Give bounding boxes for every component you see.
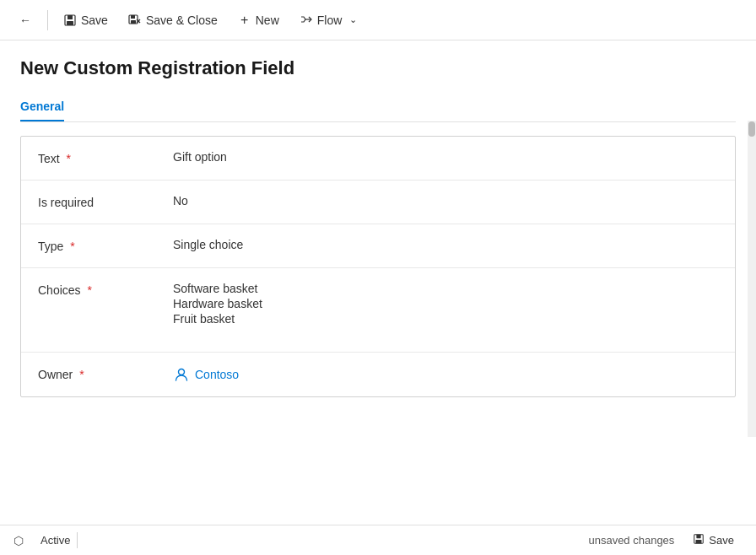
status-right: unsaved changes Save [588,530,742,551]
svg-rect-9 [696,540,702,543]
tabs-container: General [20,93,736,122]
status-save-button[interactable]: Save [684,530,742,551]
required-indicator-owner: * [79,368,84,381]
field-value-type: Single choice [173,238,718,251]
svg-rect-4 [131,15,135,19]
field-label-owner: Owner * [38,366,173,381]
new-icon: + [238,13,251,27]
field-row-is-required: Is required No [21,181,735,224]
field-value-choices: Software basket Hardware basket Fruit ba… [173,282,718,326]
form-container: Text * Gift option Is required No Type *… [20,122,736,525]
flow-label: Flow [317,13,343,27]
choice-item-3: Fruit basket [173,312,718,326]
scrollbar-thumb[interactable] [748,121,755,137]
required-indicator-text: * [67,152,71,165]
field-label-text: Text * [38,150,173,165]
choice-item-1: Software basket [173,282,718,295]
required-indicator-choices: * [87,283,91,297]
svg-rect-5 [131,20,136,24]
required-indicator-type: * [70,240,74,253]
field-value-text: Gift option [173,150,718,164]
form-section-general: Text * Gift option Is required No Type *… [20,136,736,397]
page-title: New Custom Registration Field [20,57,736,79]
field-label-type: Type * [38,238,173,253]
back-icon: ← [19,13,32,27]
field-label-choices: Choices * [38,282,173,297]
flow-chevron-icon: ⌄ [346,13,359,27]
field-row-text: Text * Gift option [21,137,735,181]
expand-icon[interactable]: ⬡ [14,534,24,547]
svg-rect-1 [68,15,73,19]
save-icon [63,13,77,27]
status-active-label: Active [34,532,78,548]
field-row-choices: Choices * Software basket Hardware baske… [21,268,735,353]
svg-point-6 [179,369,185,375]
scrollbar-track[interactable] [748,121,756,437]
owner-icon [173,366,190,383]
new-button[interactable]: + New [230,8,288,32]
choices-list: Software basket Hardware basket Fruit ba… [173,282,718,326]
status-save-label: Save [709,534,734,547]
tab-general[interactable]: General [20,93,64,121]
status-save-icon [693,533,705,547]
field-row-owner: Owner * Contoso [21,353,735,396]
toolbar: ← Save Save & Close + New [0,0,756,40]
save-close-button[interactable]: Save & Close [120,8,226,32]
field-label-is-required: Is required [38,194,173,209]
choice-item-2: Hardware basket [173,297,718,310]
owner-name: Contoso [195,368,239,381]
save-close-icon [128,13,142,27]
save-close-label: Save & Close [146,13,218,27]
unsaved-changes-label: unsaved changes [588,534,674,547]
back-button[interactable]: ← [10,8,40,32]
svg-rect-8 [697,535,701,538]
save-button[interactable]: Save [55,8,116,32]
flow-icon [300,13,313,27]
svg-rect-2 [67,21,73,25]
toolbar-divider-1 [47,10,48,30]
flow-button[interactable]: Flow ⌄ [291,8,369,32]
field-value-owner[interactable]: Contoso [173,366,718,383]
main-content: New Custom Registration Field General Te… [0,40,756,525]
status-left: ⬡ Active [14,532,78,548]
new-label: New [256,13,279,27]
field-value-is-required: No [173,194,718,207]
status-bar: ⬡ Active unsaved changes Save [0,525,756,555]
field-row-type: Type * Single choice [21,224,735,268]
save-label: Save [81,13,108,27]
